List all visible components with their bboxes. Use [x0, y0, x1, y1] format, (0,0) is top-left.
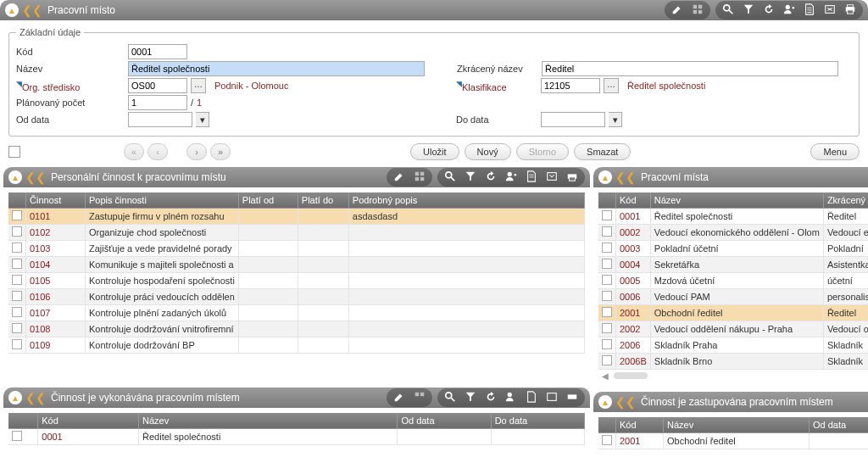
table-row[interactable]: 0001Ředitel společnosti: [8, 429, 585, 445]
row-checkbox[interactable]: [602, 259, 612, 269]
table-row[interactable]: 0004SekretářkaAsistentka: [598, 257, 868, 273]
table-row[interactable]: 0003Pokladní účetníPokladní: [598, 241, 868, 257]
zkraceny-input[interactable]: [542, 61, 838, 76]
row-checkbox[interactable]: [12, 323, 22, 333]
row-checkbox[interactable]: [12, 259, 22, 269]
table-row[interactable]: 2001Obchodní ředitelŘeditel: [598, 305, 868, 321]
delete-button[interactable]: Smazat: [574, 143, 631, 160]
search-icon[interactable]: [444, 170, 456, 185]
dodata-dropdown-icon[interactable]: ▾: [609, 112, 622, 127]
selectall-checkbox[interactable]: [8, 146, 20, 158]
document-icon[interactable]: [804, 3, 815, 18]
nav-next-icon[interactable]: ›: [186, 143, 207, 160]
table-row[interactable]: 0002Vedoucí ekonomického oddělení - Olom…: [598, 225, 868, 241]
mista-grid[interactable]: Kód Název Zkrácený náze 0001Ředitel spol…: [598, 192, 868, 370]
table-row[interactable]: 0108Kontroluje dodržování vnitrofiremní: [8, 321, 585, 337]
open-menu-icon[interactable]: ❮❮: [25, 170, 46, 184]
planovany-input[interactable]: [128, 95, 187, 110]
collapse-icon[interactable]: ▲: [598, 170, 612, 184]
klas-picker-icon[interactable]: …: [604, 78, 619, 93]
filter-icon[interactable]: [465, 391, 476, 405]
klas-link[interactable]: ◥Klasifikace: [456, 80, 537, 92]
oddata-input[interactable]: [128, 112, 192, 127]
table-row[interactable]: 0006Vedoucí PAMpersonalista: [598, 289, 868, 305]
search-icon[interactable]: [722, 3, 734, 18]
table-row[interactable]: 2006Skladník PrahaSkladník: [598, 337, 868, 354]
nav-first-icon[interactable]: «: [124, 143, 144, 160]
user-icon[interactable]: [505, 391, 517, 405]
nav-prev-icon[interactable]: ‹: [147, 143, 168, 160]
document-icon[interactable]: [526, 170, 537, 185]
row-checkbox[interactable]: [12, 243, 22, 253]
org-link[interactable]: ◥Org. středisko: [16, 80, 125, 92]
edit-icon[interactable]: [393, 391, 405, 405]
refresh-icon[interactable]: [485, 170, 497, 185]
row-checkbox[interactable]: [602, 243, 612, 253]
print-icon[interactable]: [566, 170, 578, 185]
table-row[interactable]: 0001Ředitel společnostiŘeditel: [598, 209, 868, 225]
org-input[interactable]: [128, 78, 187, 93]
table-row[interactable]: 2001Obchodní ředitel: [598, 433, 868, 449]
dodata-input[interactable]: [541, 112, 605, 127]
collapse-icon[interactable]: ▲: [8, 391, 22, 404]
row-checkbox[interactable]: [12, 210, 22, 220]
filter-icon[interactable]: [743, 3, 754, 18]
row-checkbox[interactable]: [12, 307, 22, 317]
row-checkbox[interactable]: [602, 339, 612, 349]
table-row[interactable]: 0103Zajišťuje a vede pravidelné porady: [8, 241, 585, 257]
table-row[interactable]: 2006BSkladník BrnoSkladník: [598, 354, 868, 370]
table-row[interactable]: 0105Kontroluje hospodaření společnosti: [8, 273, 585, 289]
open-menu-icon[interactable]: ❮❮: [615, 170, 636, 184]
collapse-icon[interactable]: ▲: [8, 170, 22, 184]
vykon-grid[interactable]: Kód Název Od data Do data 0001Ředitel sp…: [8, 413, 585, 445]
row-checkbox[interactable]: [12, 275, 22, 285]
export-icon[interactable]: [546, 170, 558, 185]
edit-icon[interactable]: [393, 170, 405, 185]
kod-input[interactable]: [128, 44, 187, 59]
search-icon[interactable]: [444, 391, 456, 405]
export-icon[interactable]: [824, 3, 836, 18]
scroll-left-icon[interactable]: ◀: [602, 371, 609, 381]
zast-grid[interactable]: Kód Název Od data 2001Obchodní ředitel: [598, 417, 868, 449]
table-row[interactable]: 0106Kontroluje práci vedoucích oddělen: [8, 289, 585, 305]
print-icon[interactable]: [566, 391, 578, 405]
row-checkbox[interactable]: [12, 291, 22, 301]
row-checkbox[interactable]: [12, 226, 22, 237]
table-row[interactable]: 0102Organizuje chod společnosti: [8, 225, 585, 241]
collapse-icon[interactable]: ▲: [598, 395, 612, 409]
row-checkbox[interactable]: [602, 210, 612, 220]
table-row[interactable]: 2002Vedoucí oddělení nákupu - PrahaVedou…: [598, 321, 868, 337]
klas-input[interactable]: [541, 78, 600, 93]
row-checkbox[interactable]: [602, 355, 612, 365]
edit-icon[interactable]: [671, 3, 683, 18]
table-row[interactable]: 0104Komunikuje s majiteli společnosti a: [8, 257, 585, 273]
table-row[interactable]: 0101Zastupuje firmu v plném rozsahuasdas…: [8, 209, 585, 225]
org-picker-icon[interactable]: …: [191, 78, 206, 93]
row-checkbox[interactable]: [602, 226, 612, 237]
collapse-icon[interactable]: ▲: [5, 3, 19, 17]
table-row[interactable]: 0109Kontroluje dodržování BP: [8, 337, 585, 354]
nazev-input[interactable]: [128, 61, 425, 76]
row-checkbox[interactable]: [602, 323, 612, 333]
open-menu-icon[interactable]: ❮❮: [22, 3, 42, 17]
export-icon[interactable]: [546, 391, 558, 405]
row-checkbox[interactable]: [602, 275, 612, 285]
open-menu-icon[interactable]: ❮❮: [25, 391, 46, 404]
user-icon[interactable]: [783, 3, 795, 18]
oddata-dropdown-icon[interactable]: ▾: [196, 112, 209, 127]
open-menu-icon[interactable]: ❮❮: [615, 395, 636, 409]
user-icon[interactable]: [505, 170, 517, 185]
new-button[interactable]: Nový: [465, 143, 511, 160]
nav-last-icon[interactable]: »: [210, 143, 231, 160]
row-checkbox[interactable]: [602, 291, 612, 301]
refresh-icon[interactable]: [763, 3, 775, 18]
document-icon[interactable]: [526, 391, 537, 405]
filter-icon[interactable]: [465, 170, 476, 185]
row-checkbox[interactable]: [12, 431, 22, 441]
print-icon[interactable]: [844, 3, 856, 18]
refresh-icon[interactable]: [485, 391, 497, 405]
table-row[interactable]: 0107Kontroluje plnění zadaných úkolů: [8, 305, 585, 321]
table-row[interactable]: 0005Mzdová účetníúčetní: [598, 273, 868, 289]
save-button[interactable]: Uložit: [410, 143, 459, 160]
scrollbar[interactable]: [614, 372, 648, 379]
